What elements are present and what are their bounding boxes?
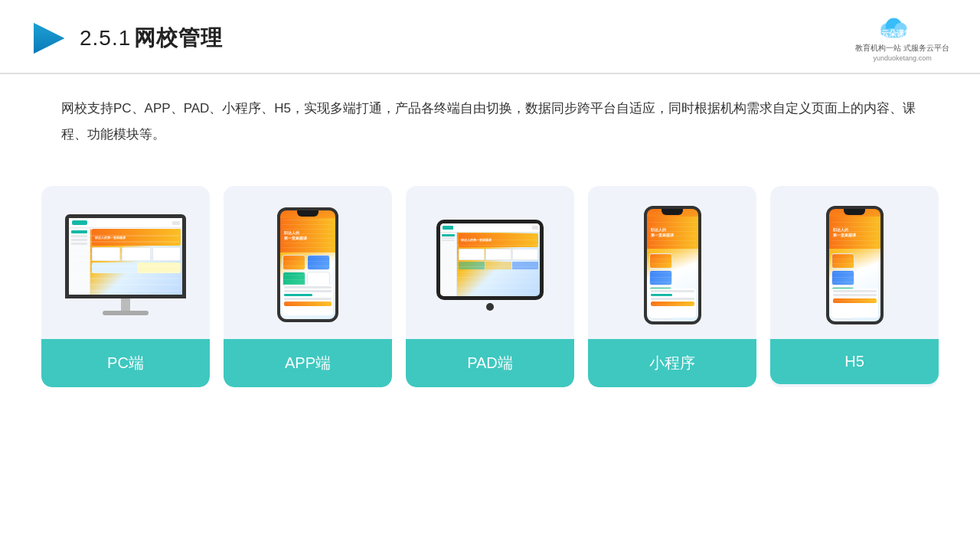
svg-text:云朵课堂: 云朵课堂 bbox=[881, 29, 913, 37]
card-miniprogram-label: 小程序 bbox=[588, 339, 756, 387]
monitor-screen: 职达人的第一堂刷题课 bbox=[65, 214, 186, 298]
description-text: 网校支持PC、APP、PAD、小程序、H5，实现多端打通，产品各终端自由切换，数… bbox=[61, 96, 919, 148]
phone-screen-app: 职达人的第一堂刷题课 bbox=[280, 210, 335, 319]
phone-notch-h5 bbox=[844, 209, 865, 215]
phone-body-mini: 职达人的第一堂刷题课 bbox=[644, 206, 701, 324]
phone-screen-h5: 职达人的第一堂刷题课 bbox=[829, 209, 880, 321]
logo-domain: yunduoketang.com bbox=[874, 54, 932, 62]
pad-screen: 职达人的第一堂刷题课 bbox=[440, 223, 540, 296]
phone-device-h5: 职达人的第一堂刷题课 bbox=[826, 206, 884, 324]
phone-cards-mini bbox=[649, 253, 696, 319]
card-pc-image: 职达人的第一堂刷题课 bbox=[41, 186, 210, 339]
phone-screen-mini: 职达人的第一堂刷题课 bbox=[647, 209, 698, 321]
card-pc-label: PC端 bbox=[41, 339, 210, 387]
monitor-screen-inner: 职达人的第一堂刷题课 bbox=[69, 218, 182, 295]
phone-body-h5: 职达人的第一堂刷题课 bbox=[826, 206, 884, 324]
logo-area: 云朵课堂 教育机构一站 式服务云平台 yunduoketang.com bbox=[855, 14, 949, 62]
monitor-foot bbox=[103, 311, 149, 315]
card-miniprogram: 职达人的第一堂刷题课 bbox=[588, 186, 756, 387]
card-pad-label: PAD端 bbox=[406, 339, 574, 387]
logo-icon: 云朵课堂 bbox=[872, 14, 933, 41]
card-h5-label: H5 bbox=[770, 339, 939, 384]
cards-area: 职达人的第一堂刷题课 bbox=[0, 163, 980, 387]
card-h5: 职达人的第一堂刷题课 bbox=[770, 186, 939, 387]
phone-device-mini: 职达人的第一堂刷题课 bbox=[644, 206, 701, 324]
monitor-stand bbox=[121, 298, 130, 311]
header: 2.5.1网校管理 云朵课堂 教育机构一站 式服务云平台 yunduoketan… bbox=[0, 0, 980, 74]
page-title: 2.5.1网校管理 bbox=[80, 24, 223, 53]
pad-body: 职达人的第一堂刷题课 bbox=[436, 220, 544, 300]
phone-cards-app bbox=[283, 255, 333, 287]
phone-notch-app bbox=[297, 210, 318, 217]
monitor-device: 职达人的第一堂刷题课 bbox=[65, 214, 186, 315]
pad-device: 职达人的第一堂刷题课 bbox=[436, 220, 544, 311]
pad-home-button bbox=[486, 303, 494, 311]
card-app: 职达人的第一堂刷题课 bbox=[224, 186, 392, 387]
card-miniprogram-image: 职达人的第一堂刷题课 bbox=[588, 186, 756, 339]
card-pc: 职达人的第一堂刷题课 bbox=[41, 186, 210, 387]
phone-body-app: 职达人的第一堂刷题课 bbox=[277, 207, 338, 322]
phone-banner-mini: 职达人的第一堂刷题课 bbox=[647, 217, 698, 249]
phone-device-app: 职达人的第一堂刷题课 bbox=[277, 207, 338, 322]
description: 网校支持PC、APP、PAD、小程序、H5，实现多端打通，产品各终端自由切换，数… bbox=[0, 74, 980, 155]
play-icon bbox=[31, 20, 67, 57]
card-h5-image: 职达人的第一堂刷题课 bbox=[770, 186, 939, 339]
header-left: 2.5.1网校管理 bbox=[31, 20, 223, 57]
phone-notch-mini bbox=[662, 209, 683, 215]
phone-banner-app: 职达人的第一堂刷题课 bbox=[280, 218, 335, 253]
card-pad: 职达人的第一堂刷题课 bbox=[406, 186, 574, 387]
phone-cards-h5 bbox=[831, 253, 878, 319]
logo-tagline: 教育机构一站 式服务云平台 bbox=[855, 43, 949, 54]
card-app-image: 职达人的第一堂刷题课 bbox=[224, 186, 392, 339]
card-app-label: APP端 bbox=[224, 339, 392, 387]
phone-banner-h5: 职达人的第一堂刷题课 bbox=[829, 217, 880, 249]
svg-marker-1 bbox=[34, 23, 64, 54]
card-pad-image: 职达人的第一堂刷题课 bbox=[406, 186, 574, 339]
